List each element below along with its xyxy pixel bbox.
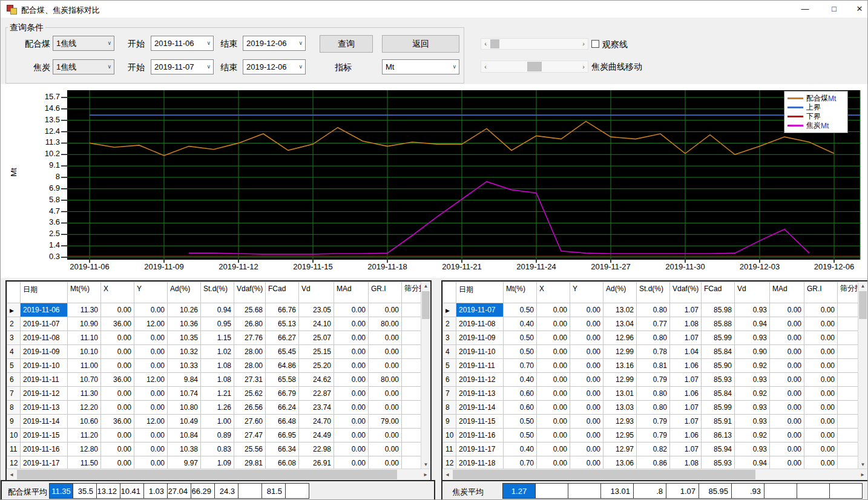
table-cell[interactable]: 11.30 xyxy=(68,387,101,401)
row-header[interactable]: 12 xyxy=(443,456,456,470)
table-cell[interactable]: 0.00 xyxy=(369,345,402,359)
table-cell[interactable]: 0. xyxy=(402,442,422,456)
average-cell[interactable]: 13.01 xyxy=(600,483,634,499)
table-cell[interactable]: 2019-11-08 xyxy=(456,317,504,331)
table-cell[interactable]: 24.70 xyxy=(299,415,334,429)
table-cell[interactable]: 0.82 xyxy=(637,442,670,456)
average-cell[interactable] xyxy=(829,483,863,499)
table-cell[interactable]: 0. xyxy=(402,401,422,415)
scrollbar-thumb[interactable] xyxy=(859,291,867,319)
table-cell[interactable]: 66.48 xyxy=(266,415,299,429)
table-cell[interactable]: 85.99 xyxy=(702,401,735,415)
table-cell[interactable]: 0.00 xyxy=(334,429,369,442)
column-header[interactable]: FCad xyxy=(702,282,735,303)
table-cell[interactable]: 10.38 xyxy=(168,442,201,456)
table-cell[interactable]: 66.34 xyxy=(266,442,299,456)
table-cell[interactable]: 12.80 xyxy=(68,442,101,456)
table-cell[interactable]: 0.00 xyxy=(570,401,603,415)
table-cell[interactable]: 1.06 xyxy=(670,387,702,401)
scroll-left-icon[interactable]: ◂ xyxy=(7,469,16,480)
table-cell[interactable]: 0.40 xyxy=(504,317,537,331)
table-cell[interactable]: 0.00 xyxy=(804,345,838,359)
coke-series-select[interactable]: 1焦线 ∨ xyxy=(53,59,114,74)
table-cell[interactable]: 0.00 xyxy=(101,442,134,456)
column-header[interactable]: St.d(%) xyxy=(637,282,670,303)
table-cell[interactable]: 0. xyxy=(838,317,859,331)
table-cell[interactable]: 0.93 xyxy=(735,331,770,345)
table-cell[interactable]: 66.27 xyxy=(266,331,299,345)
table-cell[interactable]: 26.80 xyxy=(234,317,266,331)
table-cell[interactable]: 0.00 xyxy=(770,429,804,442)
table-cell[interactable]: 85.94 xyxy=(702,442,735,456)
table-cell[interactable]: 66.76 xyxy=(266,303,299,317)
table-cell[interactable]: 85.91 xyxy=(702,415,735,429)
table-cell[interactable]: 11.20 xyxy=(68,429,101,442)
table-cell[interactable]: 0.00 xyxy=(369,429,402,442)
table-cell[interactable]: 1.06 xyxy=(670,359,702,373)
horizontal-scrollbar[interactable]: ◂ ▸ xyxy=(7,469,430,480)
blend-start-select[interactable]: 2019-11-06 ∨ xyxy=(151,36,214,51)
table-cell[interactable]: 66.08 xyxy=(266,456,299,470)
table-cell[interactable]: 0.00 xyxy=(570,456,603,470)
table-cell[interactable]: 0.40 xyxy=(504,373,537,387)
table-cell[interactable]: 0.00 xyxy=(369,359,402,373)
table-cell[interactable]: 0. xyxy=(838,442,859,456)
table-cell[interactable]: 0.80 xyxy=(637,401,670,415)
table-cell[interactable]: 12.00 xyxy=(134,317,168,331)
table-cell[interactable]: 0.00 xyxy=(770,303,804,317)
table-cell[interactable]: 1.08 xyxy=(201,359,234,373)
table-cell[interactable]: 0. xyxy=(402,415,422,429)
scroll-left-icon[interactable]: ‹ xyxy=(481,61,490,72)
scrollbar-thumb[interactable] xyxy=(490,39,499,48)
table-cell[interactable]: 2019-11-06 xyxy=(21,303,68,317)
scrollbar-thumb[interactable] xyxy=(527,62,542,71)
row-header[interactable]: 8 xyxy=(7,401,21,415)
table-cell[interactable]: 0.90 xyxy=(735,345,770,359)
table-cell[interactable]: 24.62 xyxy=(299,373,334,387)
row-header[interactable]: 6 xyxy=(443,373,456,387)
table-cell[interactable]: 0.00 xyxy=(334,303,369,317)
table-cell[interactable]: 24.49 xyxy=(299,429,334,442)
column-header[interactable]: MAd xyxy=(770,282,804,303)
row-header[interactable]: 9 xyxy=(7,415,21,429)
table-cell[interactable]: 0.00 xyxy=(134,303,168,317)
table-cell[interactable]: 0. xyxy=(402,331,422,345)
table-cell[interactable]: 10.26 xyxy=(168,303,201,317)
table-cell[interactable]: 0.00 xyxy=(134,429,168,442)
table-cell[interactable]: 0.50 xyxy=(504,303,537,317)
table-cell[interactable]: 0.00 xyxy=(101,429,134,442)
scroll-left-icon[interactable]: ‹ xyxy=(481,39,490,49)
table-cell[interactable]: 0.78 xyxy=(637,345,670,359)
scroll-up-icon[interactable]: ▲ xyxy=(858,281,867,291)
table-cell[interactable]: 0.00 xyxy=(101,401,134,415)
table-cell[interactable]: 0.00 xyxy=(537,303,570,317)
table-cell[interactable]: 12.96 xyxy=(603,331,637,345)
table-cell[interactable]: 0.00 xyxy=(570,415,603,429)
table-cell[interactable]: 0.00 xyxy=(570,317,603,331)
table-cell[interactable]: 0. xyxy=(838,401,859,415)
query-button[interactable]: 查询 xyxy=(320,35,373,53)
table-cell[interactable]: 0.93 xyxy=(735,303,770,317)
table-cell[interactable]: 0.79 xyxy=(637,429,670,442)
table-cell[interactable]: 0.00 xyxy=(134,345,168,359)
column-header[interactable]: GR.I xyxy=(369,282,402,303)
average-cell[interactable]: 35.5 xyxy=(73,483,97,499)
column-header[interactable]: FCad xyxy=(266,282,299,303)
table-cell[interactable]: 2019-11-13 xyxy=(21,401,68,415)
table-cell[interactable]: 13.02 xyxy=(603,303,637,317)
table-cell[interactable]: 66.24 xyxy=(266,401,299,415)
table-cell[interactable]: 0.00 xyxy=(804,442,838,456)
minimize-button[interactable]: — xyxy=(794,1,816,18)
table-cell[interactable]: 2019-11-16 xyxy=(21,442,68,456)
table-cell[interactable]: 36.00 xyxy=(101,317,134,331)
scroll-up-icon[interactable]: ▲ xyxy=(421,281,430,291)
table-cell[interactable]: 0.00 xyxy=(537,456,570,470)
table-cell[interactable]: 0.00 xyxy=(570,345,603,359)
table-cell[interactable]: 66.79 xyxy=(266,387,299,401)
table-cell[interactable]: 12.99 xyxy=(603,345,637,359)
table-cell[interactable]: 10.35 xyxy=(168,331,201,345)
table-cell[interactable]: 0. xyxy=(838,359,859,373)
average-cell[interactable]: 24.3 xyxy=(214,483,238,499)
table-cell[interactable]: 0.00 xyxy=(134,401,168,415)
average-cell[interactable]: 1.03 xyxy=(143,483,168,499)
